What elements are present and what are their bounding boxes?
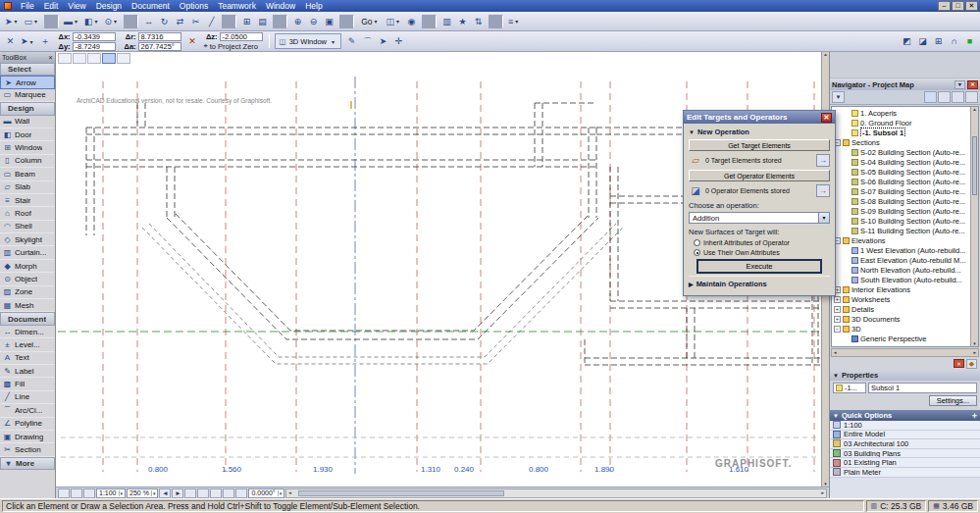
3d-window-icon[interactable]: ◫▾: [384, 14, 403, 29]
own-attributes-option[interactable]: Use Their Own Attributes: [694, 249, 830, 256]
next-view-icon[interactable]: [83, 488, 95, 498]
tool-mesh[interactable]: ▦ Mesh: [0, 299, 55, 312]
section-s11[interactable]: S-11 Building Section (Auto-re...: [832, 226, 970, 235]
expander-icon[interactable]: [843, 179, 850, 185]
door-tool-icon[interactable]: ◧▾: [82, 14, 102, 29]
expander-icon[interactable]: [843, 257, 850, 264]
dialog-titlebar[interactable]: Edit Targets and Operators ✕: [684, 111, 835, 124]
scroll-pan-icon[interactable]: [184, 488, 196, 498]
gravity-icon[interactable]: ◩: [900, 33, 914, 49]
tracker-close-icon[interactable]: ✕: [3, 33, 18, 49]
object-tool-icon[interactable]: ⊙▾: [103, 14, 122, 29]
radio-icon-selected[interactable]: [694, 249, 700, 256]
tree-vertical-scrollbar[interactable]: ▲ ▼: [970, 107, 978, 346]
tool-line[interactable]: ╱ Line: [0, 391, 55, 404]
tool-window[interactable]: ⊞ Window: [0, 141, 55, 154]
toolbox-item[interactable]: Design: [0, 102, 55, 115]
execute-button[interactable]: Execute: [697, 260, 822, 273]
story-subsol-1[interactable]: -1. Subsol 1: [832, 128, 970, 137]
go-menu[interactable]: Go▾: [357, 14, 383, 29]
scroll-down-icon[interactable]: ▼: [823, 482, 827, 487]
toolbar-icon[interactable]: [422, 15, 437, 28]
section-s09[interactable]: S-09 Building Section (Auto-re...: [832, 206, 970, 216]
toolbar-icon[interactable]: [339, 15, 354, 28]
tool-curtain-wall[interactable]: ▥ Curtain...: [0, 246, 55, 259]
store-target-icon[interactable]: →: [816, 154, 830, 167]
tool-wall[interactable]: ▬ Wall: [0, 116, 55, 128]
dialog-close-icon[interactable]: ✕: [821, 113, 832, 123]
toolbar-icon[interactable]: [222, 15, 236, 28]
store-operator-icon[interactable]: →: [816, 184, 830, 197]
pin-icon[interactable]: ✛: [972, 412, 977, 419]
teamwork-icon[interactable]: ⇅: [471, 14, 486, 29]
scale-option[interactable]: 1:100: [830, 421, 980, 431]
tool-arrow[interactable]: ➤ Arrow: [0, 76, 55, 88]
view-map-icon[interactable]: [938, 91, 951, 103]
story-acoperis[interactable]: 1. Acoperis: [832, 108, 970, 118]
scroll-left-icon[interactable]: ◄: [833, 350, 837, 355]
expander-icon[interactable]: [843, 208, 850, 215]
menu-item[interactable]: View: [63, 1, 90, 11]
pane-split-icon[interactable]: [58, 488, 70, 498]
section-s04[interactable]: S-04 Building Section (Auto-re...: [832, 157, 970, 167]
mirror-icon[interactable]: ⇄: [173, 14, 187, 29]
pen-set-option[interactable]: 01 Existing Plan: [830, 458, 980, 468]
get-target-elements-button[interactable]: Get Target Elements: [689, 139, 830, 151]
scroll-down-icon[interactable]: ▼: [972, 341, 976, 346]
properties-header[interactable]: ▼ Properties: [830, 370, 980, 381]
orbit-icon[interactable]: [235, 488, 247, 498]
expander-icon[interactable]: [843, 267, 850, 274]
zoom-out-icon[interactable]: [197, 488, 209, 498]
menu-item[interactable]: Design: [91, 1, 127, 11]
expander-icon[interactable]: [843, 247, 850, 254]
quick-options-header[interactable]: ▼ Quick Options ✛: [830, 410, 980, 421]
dimension-style-option[interactable]: Plain Meter: [830, 468, 980, 478]
pane-grid-icon[interactable]: [58, 53, 72, 64]
project-map-icon[interactable]: [924, 91, 937, 103]
scroll-right-icon[interactable]: ►: [973, 350, 977, 355]
publisher-icon[interactable]: [965, 91, 978, 103]
toolbox-item[interactable]: ▾ More: [0, 457, 55, 470]
zoom-selector[interactable]: 250 %▾: [127, 488, 158, 498]
orientation-selector[interactable]: 0.0000°▾: [248, 488, 284, 498]
tool-label[interactable]: ✎ Label: [0, 365, 55, 378]
story-name-field[interactable]: Subsol 1: [868, 383, 977, 393]
view-generic-perspective[interactable]: Generic Perspective: [832, 333, 970, 343]
3d-window-button[interactable]: ◫ 3D Window ▾: [275, 33, 341, 49]
toolbar-icon[interactable]: [124, 15, 138, 28]
dy-field[interactable]: -8.7249: [73, 42, 116, 51]
close-icon[interactable]: ✕: [954, 359, 964, 368]
tool-stair[interactable]: ≡ Stair: [0, 194, 55, 207]
tool-section[interactable]: ✂ Section: [0, 443, 55, 456]
grid-snap-icon[interactable]: ⊞: [931, 33, 946, 49]
split-icon[interactable]: ╱: [204, 14, 219, 29]
tool-polyline[interactable]: ∠ Polyline: [0, 418, 55, 431]
settings-button[interactable]: Settings...: [929, 395, 977, 406]
options-icon[interactable]: ◆: [966, 359, 977, 369]
section-s08[interactable]: S-08 Building Section (Auto-re...: [832, 196, 970, 206]
record-icon[interactable]: ■: [962, 33, 977, 49]
story-id-field[interactable]: -1...: [833, 383, 866, 393]
layer-settings-icon[interactable]: ▥: [439, 14, 454, 29]
toolbox-titlebar[interactable]: ToolBox ✕: [0, 52, 55, 63]
pan-icon[interactable]: ✛: [391, 33, 406, 49]
model-view-option[interactable]: 03 Architectural 100: [830, 439, 980, 449]
folder-sections[interactable]: − Sections: [832, 137, 970, 147]
dr-field[interactable]: 8.7316: [138, 32, 181, 41]
close-button[interactable]: ✕: [965, 1, 978, 11]
toolbox-close-icon[interactable]: ✕: [48, 54, 53, 61]
menu-item[interactable]: Document: [127, 1, 175, 11]
story-ground-floor[interactable]: 0. Ground Floor: [832, 118, 970, 128]
tool-level-dimension[interactable]: ± Level...: [0, 338, 55, 351]
arc-icon[interactable]: ⌒: [360, 33, 375, 49]
expander-icon[interactable]: [843, 335, 850, 342]
toolbox-item[interactable]: Document: [0, 312, 55, 325]
options-icon[interactable]: ≡▾: [506, 14, 522, 29]
toolbar-icon[interactable]: [273, 15, 287, 28]
snap-icon[interactable]: ◪: [915, 33, 930, 49]
expander-icon[interactable]: [843, 120, 850, 127]
layer-combination-option[interactable]: 03 Building Plans: [830, 449, 980, 459]
tool-marquee[interactable]: ▭ Marquee: [0, 89, 55, 102]
minimize-button[interactable]: –: [938, 1, 951, 11]
restore-button[interactable]: □: [952, 1, 964, 11]
